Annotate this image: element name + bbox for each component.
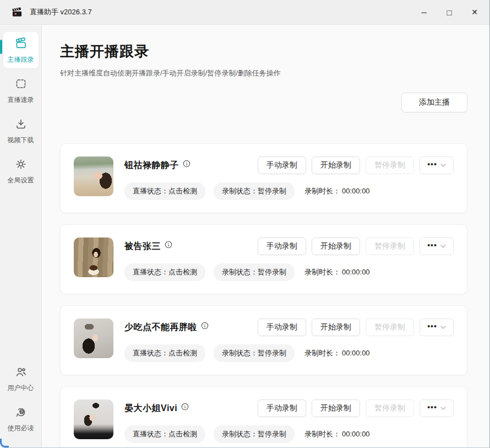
duration-label: 录制时长： bbox=[304, 187, 340, 195]
streamer-avatar bbox=[74, 319, 113, 358]
ellipsis-icon: ••• bbox=[427, 322, 437, 330]
live-status-label: 直播状态： bbox=[133, 187, 168, 195]
sidebar-item-usage-guide[interactable]: ? 使用必读 bbox=[3, 401, 39, 437]
record-status-label: 录制状态： bbox=[222, 349, 258, 357]
chevron-down-icon bbox=[440, 245, 446, 248]
start-record-button[interactable]: 开始录制 bbox=[312, 400, 360, 417]
record-status-pill[interactable]: 录制状态：暂停录制 bbox=[214, 425, 295, 443]
sidebar-item-video-download[interactable]: 视频下载 bbox=[3, 112, 39, 149]
window-title: 直播助手 v2026.3.7 bbox=[30, 7, 92, 17]
sidebar-item-user-center[interactable]: 用户中心 bbox=[3, 360, 39, 397]
app-window: 直播助手 v2026.3.7 ─ □ ✕ 主播跟录 bbox=[0, 0, 490, 448]
record-status-label: 录制状态： bbox=[222, 430, 258, 438]
record-status-pill[interactable]: 录制状态：暂停录制 bbox=[214, 182, 295, 200]
more-actions-dropdown[interactable]: ••• bbox=[420, 156, 454, 174]
streamer-card-body: 晏大小姐Vivi 手动录制 开始录制 暂停录制 ••• bbox=[124, 400, 454, 443]
sidebar-item-live-quick-record[interactable]: 直播速录 bbox=[3, 72, 39, 109]
chevron-down-icon bbox=[440, 326, 446, 329]
live-status-pill[interactable]: 直播状态：点击检测 bbox=[124, 425, 205, 443]
sidebar-item-label: 视频下载 bbox=[8, 136, 34, 145]
card-button-group: 手动录制 开始录制 暂停录制 ••• bbox=[258, 319, 454, 336]
sidebar-item-label: 使用必读 bbox=[8, 424, 34, 433]
svg-text:?: ? bbox=[20, 410, 23, 414]
record-status-value: 暂停录制 bbox=[258, 187, 286, 195]
pause-record-button[interactable]: 暂停录制 bbox=[366, 238, 414, 255]
streamer-card: 晏大小姐Vivi 手动录制 开始录制 暂停录制 ••• bbox=[60, 386, 467, 447]
card-button-group: 手动录制 开始录制 暂停录制 ••• bbox=[258, 156, 454, 174]
live-status-label: 直播状态： bbox=[133, 268, 168, 276]
info-icon[interactable] bbox=[181, 403, 189, 411]
card-button-group: 手动录制 开始录制 暂停录制 ••• bbox=[258, 400, 454, 417]
duration-label: 录制时长： bbox=[304, 349, 340, 357]
manual-record-button[interactable]: 手动录制 bbox=[258, 319, 306, 336]
streamer-card-list: 钮祜禄静静子 手动录制 开始录制 暂停录制 ••• bbox=[60, 143, 467, 447]
sidebar-item-label: 全局设置 bbox=[8, 176, 34, 185]
sidebar-item-streamer-follow-record[interactable]: 主播跟录 bbox=[3, 32, 39, 68]
titlebar: 直播助手 v2026.3.7 ─ □ ✕ bbox=[0, 0, 489, 25]
streamer-avatar bbox=[74, 238, 113, 277]
sidebar-item-label: 直播速录 bbox=[8, 95, 34, 105]
streamer-card: 少吃点不能再胖啦 手动录制 开始录制 暂停录制 ••• bbox=[60, 305, 467, 375]
streamer-name: 被告张三 bbox=[124, 241, 161, 252]
record-status-value: 暂停录制 bbox=[258, 430, 286, 438]
live-status-label: 直播状态： bbox=[133, 430, 168, 438]
window-controls: ─ □ ✕ bbox=[411, 0, 489, 24]
start-record-button[interactable]: 开始录制 bbox=[312, 238, 360, 255]
maximize-button[interactable]: □ bbox=[437, 0, 462, 24]
streamer-card: 钮祜禄静静子 手动录制 开始录制 暂停录制 ••• bbox=[60, 143, 467, 213]
streamer-name: 少吃点不能再胖啦 bbox=[124, 322, 197, 333]
pause-record-button[interactable]: 暂停录制 bbox=[366, 319, 414, 336]
ellipsis-icon: ••• bbox=[427, 403, 437, 411]
duration-value: 00:00:00 bbox=[342, 187, 370, 195]
more-actions-dropdown[interactable]: ••• bbox=[420, 400, 454, 417]
live-status-pill[interactable]: 直播状态：点击检测 bbox=[124, 263, 205, 281]
info-icon[interactable] bbox=[165, 241, 172, 249]
info-icon[interactable] bbox=[201, 322, 209, 330]
manual-record-button[interactable]: 手动录制 bbox=[258, 400, 306, 417]
duration-value: 00:00:00 bbox=[342, 268, 370, 276]
ellipsis-icon: ••• bbox=[427, 160, 437, 168]
chevron-down-icon bbox=[440, 164, 446, 167]
more-actions-dropdown[interactable]: ••• bbox=[420, 319, 454, 336]
film-frame-icon bbox=[14, 77, 28, 93]
add-streamer-button[interactable]: 添加主播 bbox=[401, 93, 467, 112]
live-status-pill[interactable]: 直播状态：点击检测 bbox=[124, 182, 205, 200]
ellipsis-icon: ••• bbox=[427, 241, 437, 249]
manual-record-button[interactable]: 手动录制 bbox=[258, 156, 306, 174]
pause-record-button[interactable]: 暂停录制 bbox=[366, 400, 414, 417]
streamer-card-body: 少吃点不能再胖啦 手动录制 开始录制 暂停录制 ••• bbox=[124, 319, 454, 362]
main-content: 主播开播跟录 针对主播维度自动侦测开播跟录/手动开启录制/暂停录制/删除任务操作… bbox=[42, 25, 489, 447]
start-record-button[interactable]: 开始录制 bbox=[312, 319, 360, 336]
page-subtitle: 针对主播维度自动侦测开播跟录/手动开启录制/暂停录制/删除任务操作 bbox=[60, 68, 467, 78]
record-duration: 录制时长：00:00:00 bbox=[304, 429, 370, 439]
pause-record-button[interactable]: 暂停录制 bbox=[366, 156, 414, 174]
record-duration: 录制时长：00:00:00 bbox=[304, 267, 370, 277]
chevron-down-icon bbox=[440, 407, 446, 410]
record-status-label: 录制状态： bbox=[222, 187, 258, 195]
live-status-pill[interactable]: 直播状态：点击检测 bbox=[124, 344, 205, 362]
record-status-pill[interactable]: 录制状态：暂停录制 bbox=[214, 263, 295, 281]
sidebar-item-label: 用户中心 bbox=[8, 384, 34, 393]
record-duration: 录制时长：00:00:00 bbox=[304, 348, 370, 358]
live-status-value: 点击检测 bbox=[168, 430, 197, 438]
start-record-button[interactable]: 开始录制 bbox=[312, 156, 360, 174]
app-logo-clapperboard-icon bbox=[11, 7, 23, 17]
streamer-name: 钮祜禄静静子 bbox=[124, 160, 179, 171]
close-button[interactable]: ✕ bbox=[462, 0, 487, 24]
duration-label: 录制时长： bbox=[304, 268, 340, 276]
record-status-pill[interactable]: 录制状态：暂停录制 bbox=[214, 344, 295, 362]
streamer-card: 被告张三 手动录制 开始录制 暂停录制 ••• bbox=[60, 224, 467, 294]
download-icon bbox=[14, 117, 28, 133]
sidebar-item-global-settings[interactable]: 全局设置 bbox=[3, 153, 39, 189]
live-status-value: 点击检测 bbox=[168, 268, 197, 276]
users-icon bbox=[14, 365, 28, 381]
manual-record-button[interactable]: 手动录制 bbox=[258, 238, 306, 255]
info-icon[interactable] bbox=[183, 160, 190, 168]
live-status-value: 点击检测 bbox=[168, 349, 197, 357]
streamer-avatar bbox=[74, 400, 113, 439]
minimize-button[interactable]: ─ bbox=[411, 0, 437, 24]
duration-label: 录制时长： bbox=[304, 430, 340, 438]
more-actions-dropdown[interactable]: ••• bbox=[420, 238, 454, 255]
record-status-value: 暂停录制 bbox=[258, 268, 286, 276]
streamer-avatar bbox=[74, 156, 113, 196]
